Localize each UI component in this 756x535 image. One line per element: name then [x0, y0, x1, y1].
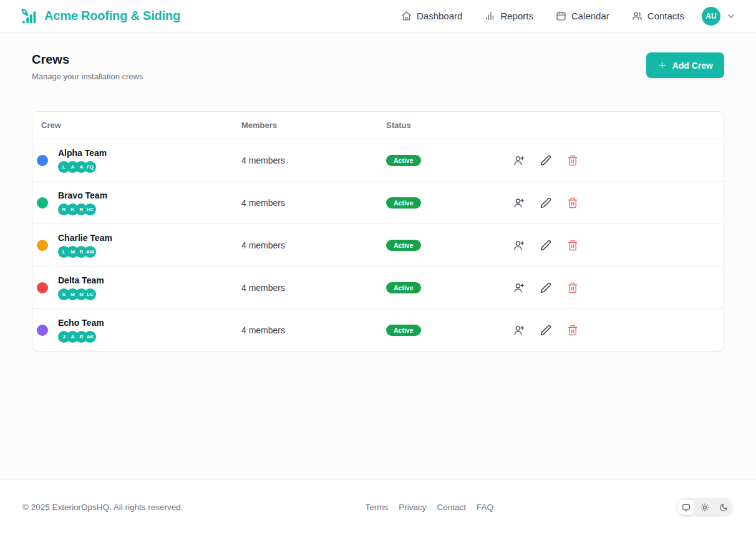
- rocket-bars-logo-icon: [20, 7, 39, 26]
- footer-link-contact[interactable]: Contact: [437, 503, 467, 512]
- footer-link-privacy[interactable]: Privacy: [399, 503, 426, 512]
- delete-crew-button[interactable]: [567, 282, 578, 293]
- trash-icon: [567, 240, 578, 251]
- footer-links: Terms Privacy Contact FAQ: [366, 503, 494, 512]
- user-menu: AU: [702, 7, 736, 26]
- monitor-icon: [682, 503, 691, 512]
- nav-item-reports[interactable]: Reports: [485, 11, 533, 21]
- members-count: 4 members: [241, 283, 386, 293]
- status-badge: Active: [386, 197, 421, 209]
- crew-color-dot: [37, 325, 48, 336]
- crews-table: Crew Members Status Alpha Team L A A FQ: [32, 111, 724, 351]
- pencil-icon: [540, 197, 551, 209]
- table-row: Bravo Team R K R HC 4 members Active: [32, 181, 724, 223]
- status-badge: Active: [386, 155, 421, 166]
- edit-crew-button[interactable]: [540, 197, 551, 209]
- table-row: Echo Team J A R AK 4 members Active: [32, 308, 724, 351]
- crew-color-dot: [37, 240, 48, 251]
- calendar-icon: [556, 11, 566, 21]
- edit-crew-button[interactable]: [540, 325, 551, 336]
- add-member-button[interactable]: [513, 197, 525, 209]
- crew-name: Charlie Team: [58, 233, 112, 243]
- page-footer: © 2025 ExteriorOpsHQ. All rights reserve…: [0, 479, 756, 535]
- add-member-button[interactable]: [513, 240, 525, 251]
- page-header: Crews Manage your installation crews Add…: [32, 52, 724, 81]
- brand[interactable]: Acme Roofing & Siding: [20, 7, 180, 26]
- page-subtitle: Manage your installation crews: [32, 72, 143, 81]
- nav-item-contacts[interactable]: Contacts: [632, 11, 684, 21]
- top-nav: Acme Roofing & Siding Dashboard Reports …: [0, 0, 756, 32]
- add-member-icon: [513, 155, 525, 166]
- nav-label: Contacts: [647, 11, 684, 21]
- trash-icon: [567, 282, 578, 293]
- add-member-icon: [513, 282, 525, 293]
- nav-item-dashboard[interactable]: Dashboard: [401, 11, 462, 21]
- edit-crew-button[interactable]: [540, 282, 551, 293]
- member-avatars: L A A FQ: [58, 161, 107, 173]
- theme-toggle: [676, 498, 734, 517]
- member-avatars: R K R HC: [58, 204, 107, 215]
- member-avatar: AK: [84, 331, 96, 343]
- sun-icon: [700, 503, 709, 512]
- add-crew-button[interactable]: Add Crew: [646, 52, 724, 78]
- add-member-icon: [513, 197, 525, 209]
- main-content: Crews Manage your installation crews Add…: [0, 32, 756, 479]
- delete-crew-button[interactable]: [567, 155, 578, 166]
- member-avatars: L M R AW: [58, 246, 112, 258]
- page-title: Crews: [32, 52, 143, 67]
- nav-item-calendar[interactable]: Calendar: [556, 11, 609, 21]
- footer-link-terms[interactable]: Terms: [366, 503, 389, 512]
- delete-crew-button[interactable]: [567, 325, 578, 336]
- bar-chart-icon: [485, 11, 495, 21]
- add-member-button[interactable]: [513, 282, 525, 293]
- pencil-icon: [540, 240, 551, 251]
- status-badge: Active: [386, 282, 421, 293]
- theme-system-button[interactable]: [677, 500, 694, 515]
- table-row: Delta Team E M M LC 4 members Active: [32, 266, 724, 308]
- crew-color-dot: [37, 155, 48, 166]
- column-header-members: Members: [241, 120, 386, 130]
- crew-name: Echo Team: [58, 318, 104, 328]
- avatar[interactable]: AU: [702, 7, 720, 26]
- nav-label: Reports: [500, 11, 533, 21]
- members-count: 4 members: [241, 325, 386, 335]
- pencil-icon: [540, 155, 551, 166]
- members-count: 4 members: [241, 198, 386, 208]
- table-row: Charlie Team L M R AW 4 members Active: [32, 223, 724, 266]
- plus-icon: [657, 61, 667, 70]
- edit-crew-button[interactable]: [540, 155, 551, 166]
- theme-light-button[interactable]: [696, 500, 713, 515]
- home-icon: [401, 11, 412, 21]
- trash-icon: [567, 155, 578, 166]
- member-avatar: LC: [84, 288, 96, 300]
- add-member-button[interactable]: [513, 155, 525, 166]
- status-badge: Active: [386, 240, 421, 251]
- nav-label: Calendar: [571, 11, 609, 21]
- moon-icon: [719, 503, 728, 512]
- add-crew-button-label: Add Crew: [672, 61, 713, 71]
- nav-label: Dashboard: [417, 11, 462, 21]
- crew-name: Bravo Team: [58, 190, 107, 200]
- crew-name: Alpha Team: [58, 148, 107, 158]
- add-member-icon: [513, 240, 525, 251]
- footer-link-faq[interactable]: FAQ: [477, 503, 493, 512]
- column-header-status: Status: [386, 120, 505, 130]
- members-count: 4 members: [241, 155, 386, 165]
- add-member-button[interactable]: [513, 325, 525, 336]
- trash-icon: [567, 197, 578, 209]
- copyright-text: © 2025 ExteriorOpsHQ. All rights reserve…: [22, 503, 183, 512]
- table-row: Alpha Team L A A FQ 4 members Active: [32, 139, 724, 181]
- member-avatars: J A R AK: [58, 331, 104, 343]
- column-header-crew: Crew: [32, 120, 241, 130]
- add-member-icon: [513, 325, 525, 336]
- delete-crew-button[interactable]: [567, 240, 578, 251]
- chevron-down-icon[interactable]: [726, 11, 736, 21]
- crew-color-dot: [37, 197, 48, 209]
- pencil-icon: [540, 325, 551, 336]
- member-avatars: E M M LC: [58, 288, 104, 300]
- theme-dark-button[interactable]: [715, 500, 732, 515]
- main-nav: Dashboard Reports Calendar Contacts: [401, 11, 684, 21]
- delete-crew-button[interactable]: [567, 197, 578, 209]
- edit-crew-button[interactable]: [540, 240, 551, 251]
- table-header-row: Crew Members Status: [32, 112, 724, 139]
